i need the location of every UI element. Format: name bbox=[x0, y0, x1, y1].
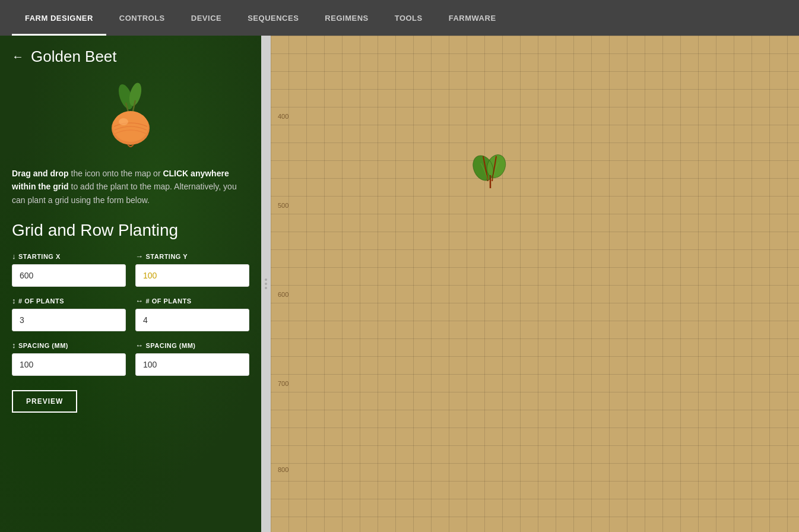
spacing-y-label: ↔ SPACING (MM) bbox=[135, 341, 249, 350]
spacing-y-group: ↔ SPACING (MM) bbox=[135, 341, 249, 376]
spacing-y-input[interactable] bbox=[135, 353, 249, 376]
plants-x-label: ↕ # OF PLANTS bbox=[12, 296, 126, 305]
nav-item-sequences[interactable]: SEQUENCES bbox=[234, 0, 312, 36]
axis-label-500: 500 bbox=[278, 202, 288, 209]
leftright-arrow-icon: ↔ bbox=[135, 296, 144, 305]
nav-item-controls[interactable]: CONTROLS bbox=[106, 0, 178, 36]
plants-x-group: ↕ # OF PLANTS bbox=[12, 296, 126, 331]
right-arrow-icon: → bbox=[135, 252, 144, 261]
instruction-text: Drag and drop the icon onto the map or C… bbox=[12, 167, 249, 207]
planting-form: ↓ STARTING X → STARTING Y ↕ bbox=[12, 252, 249, 376]
starting-y-label: → STARTING Y bbox=[135, 252, 249, 261]
plants-y-label: ↔ # OF PLANTS bbox=[135, 296, 249, 305]
map-grid bbox=[271, 36, 799, 532]
resize-dot-2 bbox=[265, 283, 267, 285]
plant-icon-container[interactable] bbox=[12, 78, 249, 155]
starting-y-group: → STARTING Y bbox=[135, 252, 249, 287]
nav-item-tools[interactable]: TOOLS bbox=[382, 0, 436, 36]
back-button[interactable]: ← bbox=[12, 50, 24, 64]
axis-label-800: 800 bbox=[278, 466, 288, 473]
chard-plant-icon bbox=[473, 151, 508, 190]
spacing-x-label: ↕ SPACING (MM) bbox=[12, 341, 126, 350]
farm-map[interactable]: 400 500 600 700 800 bbox=[271, 36, 799, 532]
plants-x-input[interactable] bbox=[12, 309, 126, 331]
main-layout: ← Golden Beet bbox=[0, 36, 799, 532]
nav-item-farmware[interactable]: FARMWARE bbox=[436, 0, 509, 36]
resize-handle[interactable] bbox=[261, 36, 271, 532]
page-title: Golden Beet bbox=[31, 48, 117, 66]
spacing-leftright-icon: ↔ bbox=[135, 341, 144, 350]
preview-button[interactable]: PREVIEW bbox=[12, 390, 77, 413]
starting-y-input[interactable] bbox=[135, 264, 249, 287]
resize-dot-3 bbox=[265, 287, 267, 289]
spacing-updown-icon: ↕ bbox=[12, 341, 16, 350]
nav-item-farm-designer[interactable]: FARM DESIGNER bbox=[12, 0, 106, 36]
resize-dot-1 bbox=[265, 278, 267, 281]
map-plant[interactable] bbox=[473, 151, 508, 187]
nav-item-regimens[interactable]: REGIMENS bbox=[312, 0, 381, 36]
axis-label-700: 700 bbox=[278, 380, 288, 387]
starting-x-label: ↓ STARTING X bbox=[12, 252, 126, 261]
nav-item-device[interactable]: DEVICE bbox=[178, 0, 234, 36]
axis-label-400: 400 bbox=[278, 113, 288, 120]
svg-point-6 bbox=[119, 118, 128, 125]
starting-x-input[interactable] bbox=[12, 264, 126, 287]
starting-x-group: ↓ STARTING X bbox=[12, 252, 126, 287]
plants-y-group: ↔ # OF PLANTS bbox=[135, 296, 249, 331]
spacing-x-group: ↕ SPACING (MM) bbox=[12, 341, 126, 376]
updown-arrow-icon: ↕ bbox=[12, 296, 16, 305]
top-navigation: FARM DESIGNER CONTROLS DEVICE SEQUENCES … bbox=[0, 0, 799, 36]
back-row: ← Golden Beet bbox=[12, 48, 249, 66]
beet-icon bbox=[95, 78, 166, 155]
left-panel: ← Golden Beet bbox=[0, 36, 261, 532]
spacing-x-input[interactable] bbox=[12, 353, 126, 376]
section-title: Grid and Row Planting bbox=[12, 221, 249, 240]
axis-label-600: 600 bbox=[278, 291, 288, 298]
plants-y-input[interactable] bbox=[135, 309, 249, 331]
panel-content: ← Golden Beet bbox=[0, 36, 261, 532]
resize-dots bbox=[265, 278, 267, 289]
down-arrow-icon: ↓ bbox=[12, 252, 16, 261]
